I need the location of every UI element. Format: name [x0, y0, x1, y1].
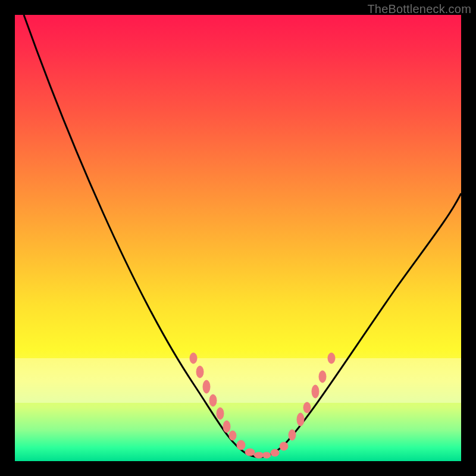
dot: [245, 449, 255, 456]
dot-group: [190, 353, 335, 458]
dot: [312, 385, 319, 398]
dot: [271, 449, 279, 456]
chart-svg: [15, 15, 461, 461]
dot: [209, 394, 217, 406]
dot: [319, 371, 326, 383]
dot: [237, 440, 245, 450]
dot: [303, 402, 311, 413]
dot: [217, 408, 224, 419]
chart-frame: [15, 15, 461, 461]
dot: [203, 380, 210, 393]
dot: [223, 421, 230, 433]
dot: [262, 452, 271, 458]
bottleneck-curve: [24, 15, 461, 457]
dot: [289, 430, 296, 440]
dot: [328, 353, 335, 364]
dot: [229, 431, 236, 440]
dot: [190, 353, 197, 364]
dot: [297, 413, 304, 426]
dot: [280, 442, 288, 450]
dot: [196, 366, 203, 378]
watermark-text: TheBottleneck.com: [367, 2, 471, 16]
